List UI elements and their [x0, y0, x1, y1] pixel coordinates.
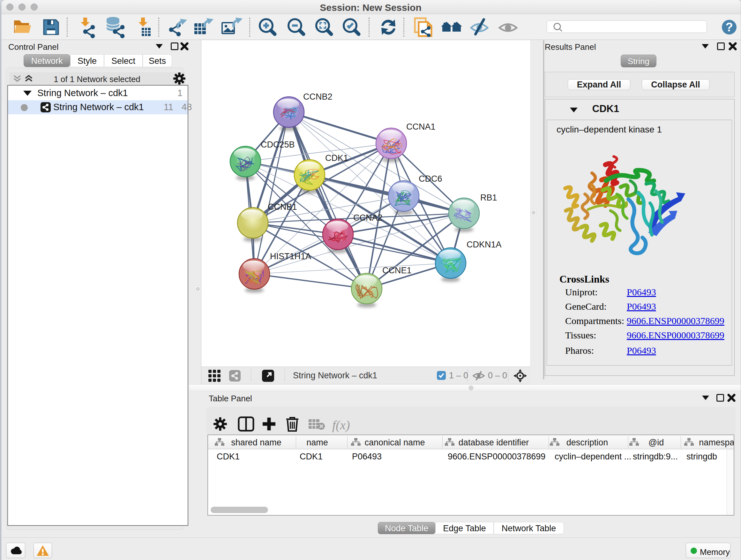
svg-text:?: ? [725, 20, 733, 34]
svg-text:CCNA1: CCNA1 [406, 122, 435, 132]
svg-text:CCNA2: CCNA2 [353, 213, 383, 223]
svg-text:CCNE1: CCNE1 [382, 266, 412, 275]
svg-text:RB1: RB1 [480, 193, 497, 202]
svg-text:CDC6: CDC6 [419, 174, 442, 184]
svg-text:CCNB2: CCNB2 [303, 92, 333, 102]
svg-text:CDC25B: CDC25B [261, 140, 295, 149]
svg-text:CCNB1: CCNB1 [268, 202, 297, 212]
svg-text:CDKN1A: CDKN1A [467, 240, 502, 249]
svg-text:CDK1: CDK1 [325, 153, 348, 163]
svg-text:HIST1H1A: HIST1H1A [270, 252, 311, 261]
